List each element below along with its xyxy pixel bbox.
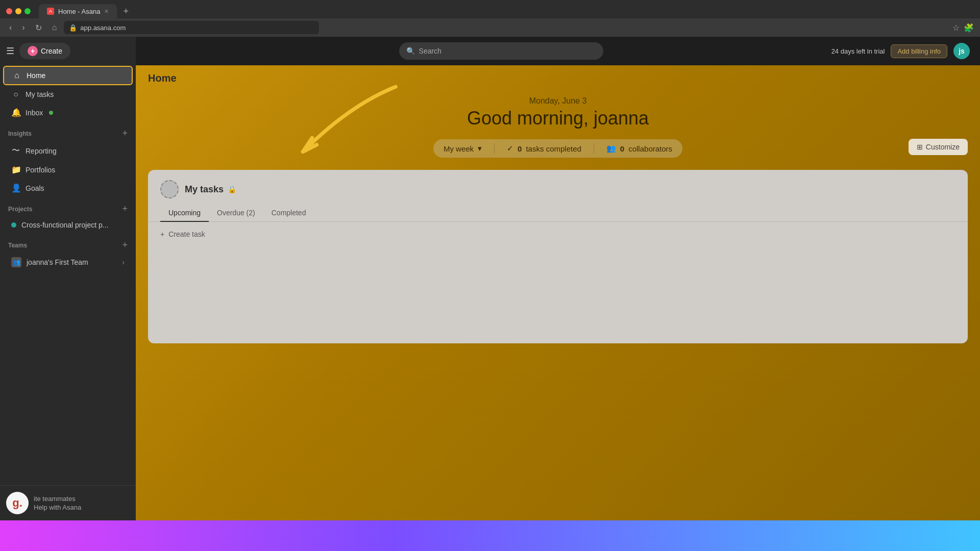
lock-icon: 🔒: [69, 24, 77, 32]
teams-add-button[interactable]: +: [122, 240, 128, 251]
insights-add-button[interactable]: +: [122, 128, 128, 139]
main-content: 🔍 Search 24 days left in trial Add billi…: [136, 37, 980, 520]
traffic-light-red[interactable]: [6, 8, 12, 14]
week-label: My week: [444, 144, 474, 153]
teams-section-header: Teams +: [0, 234, 136, 253]
create-plus-icon: +: [28, 46, 38, 56]
menu-toggle-button[interactable]: ☰: [6, 45, 14, 57]
greeting-text: Good morning, joanna: [136, 108, 980, 129]
app-top-bar: 🔍 Search 24 days left in trial Add billi…: [136, 37, 980, 65]
projects-add-button[interactable]: +: [122, 204, 128, 214]
page-title: Home: [148, 72, 177, 84]
home-icon: ⌂: [12, 71, 21, 80]
project-dot-icon: [11, 222, 16, 228]
tasks-tabs: Upcoming Overdue (2) Completed: [148, 198, 968, 222]
tab-upcoming[interactable]: Upcoming: [160, 205, 209, 222]
bookmark-icon[interactable]: ☆: [952, 23, 960, 33]
reload-button[interactable]: ↻: [32, 21, 45, 35]
create-button[interactable]: + Create: [19, 43, 70, 59]
address-bar[interactable]: 🔒 app.asana.com: [64, 21, 319, 34]
user-avatar-topbar[interactable]: js: [953, 43, 970, 59]
projects-section-header: Projects +: [0, 197, 136, 216]
collaborators-stat: 👥 0 collaborators: [606, 144, 672, 153]
help-with-asana-link[interactable]: Help with Asana: [34, 504, 81, 511]
traffic-light-green[interactable]: [24, 8, 31, 14]
tasks-card-title: My tasks 🔒: [185, 184, 236, 195]
team-icon: 👥: [11, 257, 21, 267]
add-billing-button[interactable]: Add billing info: [891, 44, 947, 58]
tab-overdue[interactable]: Overdue (2): [209, 205, 263, 222]
tab-close-button[interactable]: ✕: [104, 8, 109, 15]
greeting-section: Monday, June 3 Good morning, joanna: [136, 84, 980, 139]
active-tab[interactable]: A Home - Asana ✕: [39, 4, 117, 18]
tasks-completed-count: 0: [518, 144, 522, 153]
week-selector[interactable]: My week ▾: [444, 144, 482, 153]
sidebar-item-project-1[interactable]: Cross-functional project p...: [3, 217, 133, 233]
url-text: app.asana.com: [80, 24, 126, 32]
customize-button[interactable]: ⊞ Customize: [909, 139, 968, 155]
search-icon: 🔍: [406, 47, 415, 55]
portfolios-icon: 📁: [11, 165, 20, 174]
forward-button[interactable]: ›: [19, 21, 28, 34]
tasks-completed-stat: ✓ 0 tasks completed: [507, 144, 581, 153]
tasks-card: My tasks 🔒 Upcoming Overdue (2) Complete…: [148, 170, 968, 343]
sidebar-nav: ⌂ Home ○ My tasks 🔔 Inbox Insights +: [0, 63, 136, 485]
check-icon: ✓: [507, 144, 513, 153]
sidebar-item-my-tasks[interactable]: ○ My tasks: [3, 86, 133, 103]
tab-completed[interactable]: Completed: [263, 205, 314, 222]
tab-title: Home - Asana: [58, 8, 100, 15]
traffic-light-yellow[interactable]: [15, 8, 21, 14]
greeting-date: Monday, June 3: [136, 96, 980, 106]
user-avatar-sidebar[interactable]: g.: [6, 492, 29, 514]
new-tab-button[interactable]: +: [119, 6, 133, 17]
sidebar: ☰ + Create ⌂ Home ○ My tasks 🔔 I: [0, 37, 136, 520]
sidebar-item-inbox[interactable]: 🔔 Inbox: [3, 104, 133, 121]
sidebar-bottom-links: ite teammates Help with Asana: [34, 495, 81, 511]
circle-icon: ○: [11, 90, 20, 99]
plus-icon: +: [160, 230, 164, 238]
insights-section-header: Insights +: [0, 122, 136, 141]
tasks-card-avatar: [160, 180, 179, 198]
home-nav-button[interactable]: ⌂: [49, 21, 60, 34]
week-chevron-icon: ▾: [478, 144, 482, 153]
search-bar[interactable]: 🔍 Search: [399, 42, 603, 60]
extensions-icon[interactable]: 🧩: [964, 23, 974, 33]
bell-icon: 🔔: [11, 108, 20, 117]
tasks-lock-icon: 🔒: [228, 185, 236, 193]
stats-divider-1: [494, 143, 495, 154]
sidebar-top: ☰ + Create: [0, 37, 136, 63]
sidebar-item-team-1[interactable]: 👥 joanna's First Team ›: [3, 253, 133, 271]
tasks-completed-label: tasks completed: [526, 144, 581, 153]
inbox-notification-dot: [49, 111, 53, 115]
team-chevron-icon: ›: [122, 258, 125, 266]
bottom-gradient-bar: [0, 520, 980, 551]
invite-teammates-link[interactable]: ite teammates: [34, 495, 81, 503]
sidebar-item-reporting[interactable]: 〜 Reporting: [3, 141, 133, 160]
trial-text: 24 days left in trial: [831, 47, 885, 55]
back-button[interactable]: ‹: [6, 21, 15, 34]
collaborators-label: collaborators: [628, 144, 672, 153]
tasks-card-header: My tasks 🔒: [148, 170, 968, 198]
grid-icon: ⊞: [917, 143, 923, 151]
stats-pill: My week ▾ ✓ 0 tasks completed 👥 0 collab…: [433, 139, 682, 158]
sidebar-item-portfolios[interactable]: 📁 Portfolios: [3, 161, 133, 179]
search-placeholder: Search: [419, 47, 442, 55]
reporting-icon: 〜: [11, 145, 20, 156]
sidebar-item-home[interactable]: ⌂ Home: [3, 66, 133, 85]
stats-divider-2: [594, 143, 594, 154]
create-task-button[interactable]: + Create task: [148, 222, 217, 246]
sidebar-bottom: g. ite teammates Help with Asana: [0, 485, 136, 520]
tab-favicon: A: [47, 8, 54, 15]
goals-icon: 👤: [11, 183, 20, 193]
stats-bar: My week ▾ ✓ 0 tasks completed 👥 0 collab…: [136, 139, 980, 158]
sidebar-item-goals[interactable]: 👤 Goals: [3, 179, 133, 197]
collaborators-count: 0: [620, 144, 624, 153]
people-icon: 👥: [606, 144, 616, 153]
